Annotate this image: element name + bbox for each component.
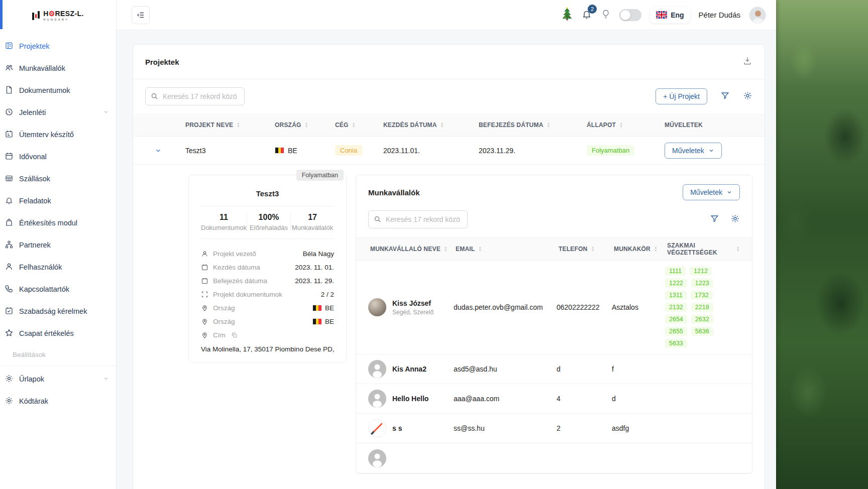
sort-icon[interactable]: ▲▼	[441, 122, 444, 128]
status-badge: Folyamatban	[296, 170, 344, 181]
employee-position: f	[612, 365, 665, 373]
gear-icon[interactable]	[730, 214, 740, 225]
phone-icon	[5, 284, 14, 295]
table-row[interactable]: s s ss@ss.hu 2 asdfg	[356, 414, 752, 443]
projects-panel: Projektek + Új Projekt	[133, 44, 765, 489]
christmas-tree-icon[interactable]	[562, 7, 573, 23]
sidebar-item-label: Űrlapok	[19, 375, 44, 383]
sort-icon[interactable]: ▲▼	[305, 122, 308, 128]
brand-logo: H⚙RESZ-L. HUNGARY	[0, 0, 116, 31]
row-expand-chevron[interactable]	[133, 147, 183, 154]
search-icon	[151, 92, 158, 102]
sidebar-item-label: Kódtárak	[19, 397, 48, 405]
user-name: Péter Dudás	[699, 11, 740, 19]
lightbulb-icon[interactable]	[601, 9, 611, 22]
language-selector[interactable]: Eng	[650, 7, 690, 23]
sidebar-item-felhasznalok[interactable]: Felhasználók	[0, 256, 116, 278]
actions-cell: Műveletek	[663, 143, 765, 159]
sidebar-item-dokumentumok[interactable]: Dokumentumok	[0, 79, 116, 101]
employee-name: Hello Hello	[392, 395, 428, 403]
project-name-cell[interactable]: Teszt3	[183, 147, 273, 155]
sidebar-item-label: Jelenléti	[19, 108, 46, 116]
detail-row-cim: Cím	[201, 328, 334, 342]
filter-icon[interactable]	[710, 214, 719, 225]
end-date-cell: 2023.11.29.	[477, 147, 585, 155]
building-icon	[5, 174, 14, 184]
sidebar-item-ertekesites-modul[interactable]: Értékesítés modul	[0, 212, 116, 234]
sort-icon[interactable]: ▲▼	[654, 246, 658, 252]
project-details-list: Projekt vezető Béla Nagy Kezdés dátuma 2…	[201, 239, 334, 353]
sidebar-item-jelenleti[interactable]: Jelenléti	[0, 101, 116, 124]
sidebar-item-label: Felhasználók	[19, 263, 62, 271]
employee-position: d	[612, 395, 665, 403]
sidebar-item-label: Ütemterv készítő	[19, 131, 74, 139]
sort-icon[interactable]: ▲▼	[444, 246, 448, 252]
table-row[interactable]: Hello Hello aaa@aaa.com 4 d	[356, 384, 752, 414]
projects-toolbar: + Új Projekt	[133, 79, 765, 113]
sidebar-item-projektek[interactable]: Projektek	[0, 35, 116, 57]
sidebar-item-idovonal[interactable]: Idővonal	[0, 146, 116, 168]
employee-position: Asztalos	[612, 303, 665, 311]
sidebar-item-utemterv-keszito[interactable]: Ütemterv készítő	[0, 124, 116, 146]
employees-icon	[5, 63, 14, 74]
table-row[interactable]: Kis Anna2 asd5@asd.hu d f	[356, 354, 752, 384]
sidebar-collapse-button[interactable]	[132, 6, 150, 24]
notifications-button[interactable]: 2	[581, 9, 592, 22]
sort-icon[interactable]: ▲▼	[478, 246, 482, 252]
app-window: H⚙RESZ-L. HUNGARY Projektek Munkavállaló…	[0, 0, 776, 489]
table-row[interactable]	[356, 443, 752, 473]
sidebar: H⚙RESZ-L. HUNGARY Projektek Munkavállaló…	[0, 0, 117, 489]
gear-icon[interactable]	[743, 91, 752, 102]
column-header-email: EMAIL▲▼	[454, 246, 557, 253]
sidebar-item-kapcsolattartok[interactable]: Kapcsolattartók	[0, 278, 116, 300]
row-actions-button[interactable]: Műveletek	[665, 143, 722, 159]
gear-icon	[5, 374, 14, 385]
sort-icon[interactable]: ▲▼	[619, 122, 623, 128]
detail-row-befejezes-datuma: Befejezés dátuma 2023. 11. 29.	[201, 274, 334, 288]
project-stats: 11 Dokumentumok 100% Előrehaladás 17 Mun…	[201, 206, 334, 239]
sidebar-item-label: Értékesítés modul	[19, 219, 77, 227]
projects-search-input[interactable]	[145, 87, 245, 105]
expanded-row-content: Folyamatban Teszt3 11 Dokumentumok 100% …	[133, 165, 765, 489]
sidebar-item-szallasok[interactable]: Szállások	[0, 168, 116, 190]
sort-icon[interactable]: ▲▼	[547, 122, 551, 128]
sidebar-item-urlapok[interactable]: Űrlapok	[0, 368, 116, 390]
company-cell: Conia	[333, 145, 381, 156]
sidebar-item-label: Projektek	[19, 42, 49, 50]
search-icon	[374, 215, 381, 225]
projects-panel-header: Projektek	[133, 45, 765, 79]
copy-icon[interactable]	[231, 332, 238, 338]
column-header-szakmai-vegzettsegek: SZAKMAI VÉGZETTSÉGEK▲▼	[665, 242, 740, 256]
sidebar-item-label: Kapcsolattartók	[19, 285, 69, 293]
employees-search-input[interactable]	[368, 210, 468, 228]
table-row: Teszt3 BE Conia 2023.11.01. 2023.11.29. …	[133, 137, 765, 165]
project-title: Teszt3	[201, 185, 334, 206]
sidebar-item-csapat-ertekeles[interactable]: Csapat értékelés	[0, 322, 116, 344]
download-icon[interactable]	[742, 56, 752, 68]
sidebar-item-munkavallalok[interactable]: Munkavállalók	[0, 57, 116, 79]
new-project-button[interactable]: + Új Projekt	[656, 88, 707, 104]
sort-icon[interactable]: ▲▼	[591, 246, 594, 252]
detail-row-orszag: Ország BE	[201, 315, 334, 328]
employees-actions-button[interactable]: Műveletek	[683, 184, 740, 200]
sidebar-item-feladatok[interactable]: Feladatok	[0, 190, 116, 212]
table-row[interactable]: Kiss József Segéd, Szerelő dudas.peter.o…	[356, 261, 752, 354]
filter-icon[interactable]	[720, 91, 730, 102]
column-header-munkakor: MUNKAKÖR▲▼	[612, 246, 665, 253]
sidebar-item-kodtarak[interactable]: Kódtárak	[0, 390, 116, 412]
chevron-down-icon	[103, 108, 109, 116]
detail-row-kezdes-datuma: Kezdés dátuma 2023. 11. 01.	[201, 261, 334, 274]
sidebar-item-szabadsag-kerelmek[interactable]: Szabadság kérelmek	[0, 300, 116, 322]
column-header-kezdes-datuma: KEZDÉS DÁTUMA▲▼	[381, 121, 477, 129]
belgium-flag-icon	[312, 305, 322, 311]
employee-subtitle: Segéd, Szerelő	[392, 309, 433, 316]
sidebar-item-label: Dokumentumok	[19, 86, 70, 94]
sort-icon[interactable]: ▲▼	[736, 246, 740, 252]
theme-toggle[interactable]	[619, 9, 641, 21]
sidebar-item-label: Feladatok	[19, 197, 51, 205]
user-avatar[interactable]	[749, 7, 766, 24]
detail-row-projekt-dokumentumok: Projekt dokumentumok 2 / 2	[201, 288, 334, 301]
sidebar-item-partnerek[interactable]: Partnerek	[0, 234, 116, 256]
sort-icon[interactable]: ▲▼	[352, 122, 356, 128]
sort-icon[interactable]: ▲▼	[237, 122, 240, 128]
